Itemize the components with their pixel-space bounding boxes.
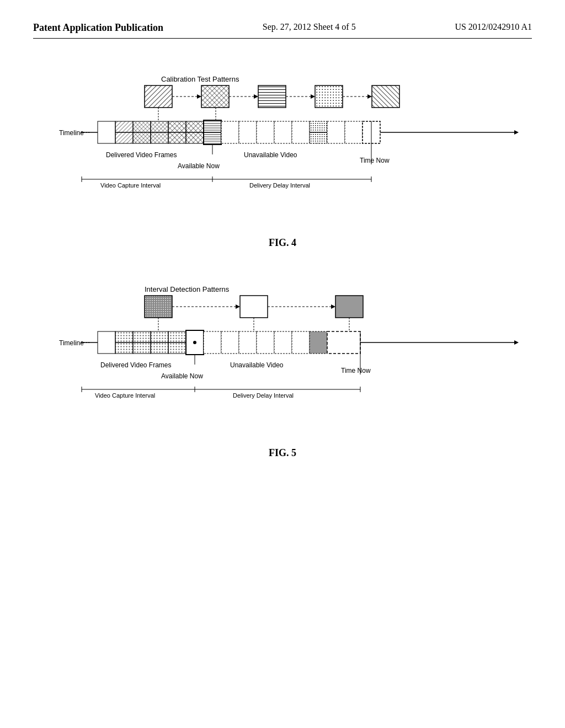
svg-rect-37 (310, 121, 327, 143)
svg-rect-27 (151, 121, 168, 143)
svg-rect-67 (133, 331, 151, 354)
svg-rect-34 (257, 121, 274, 143)
fig5-unavailable-label: Unavailable Video (230, 361, 284, 369)
svg-rect-77 (274, 331, 292, 354)
svg-rect-80 (327, 331, 360, 354)
svg-rect-38 (327, 121, 345, 143)
svg-rect-55 (145, 296, 172, 318)
svg-rect-28 (168, 121, 186, 143)
fig5-available-now-label: Available Now (161, 372, 203, 380)
svg-marker-60 (331, 304, 335, 309)
date-sheet: Sep. 27, 2012 Sheet 4 of 5 (263, 22, 356, 32)
svg-marker-14 (197, 94, 201, 99)
svg-rect-58 (240, 296, 268, 318)
fig4-time-now-label: Time Now (360, 157, 390, 164)
fig5-capture-interval-label: Video Capture Interval (95, 392, 155, 399)
fig4-pattern-box-1 (145, 85, 172, 108)
svg-marker-18 (311, 94, 315, 99)
svg-rect-32 (221, 121, 239, 143)
svg-rect-68 (151, 331, 168, 354)
svg-rect-30 (204, 120, 221, 144)
fig4-pattern-box-4 (315, 85, 343, 108)
fig5-time-now-label: Time Now (341, 367, 371, 374)
svg-text:···: ··· (83, 338, 90, 347)
fig4-delivered-label: Delivered Video Frames (106, 151, 177, 159)
page-header: Patent Application Publication Sep. 27, … (33, 22, 532, 39)
svg-rect-35 (274, 121, 292, 143)
publication-title: Patent Application Publication (33, 22, 163, 34)
fig4-diagram: Calibration Test Patterns (33, 72, 532, 226)
svg-rect-76 (257, 331, 274, 354)
svg-rect-24 (98, 121, 115, 143)
fig4-caption: FIG. 4 (33, 237, 532, 249)
svg-point-71 (193, 341, 196, 344)
svg-rect-26 (133, 121, 151, 143)
fig5-delivery-interval-label: Delivery Delay Interval (233, 392, 294, 399)
svg-rect-39 (345, 121, 363, 143)
patent-number: US 2012/0242910 A1 (455, 22, 532, 32)
fig4-calibration-label: Calibration Test Patterns (161, 75, 239, 83)
fig5-delivered-label: Delivered Video Frames (100, 361, 172, 369)
fig5-svg: Interval Detection Patterns Timeline (34, 282, 531, 436)
svg-marker-22 (514, 130, 519, 135)
svg-rect-74 (221, 331, 239, 354)
svg-marker-63 (514, 340, 519, 345)
fig4-pattern-box-2 (201, 85, 229, 108)
fig4-capture-interval-label: Video Capture Interval (100, 182, 161, 189)
page-container: Patent Application Publication Sep. 27, … (0, 0, 565, 728)
svg-rect-33 (239, 121, 257, 143)
svg-rect-69 (168, 331, 186, 354)
fig5-diagram: Interval Detection Patterns Timeline (33, 282, 532, 436)
fig4-section: Calibration Test Patterns (33, 72, 532, 249)
svg-rect-75 (239, 331, 257, 354)
fig4-available-now-label: Available Now (178, 162, 220, 170)
svg-rect-25 (115, 121, 133, 143)
svg-text:···: ··· (83, 127, 90, 137)
fig4-pattern-box-3 (258, 85, 286, 108)
fig4-svg: Calibration Test Patterns (34, 72, 531, 226)
svg-rect-61 (335, 296, 363, 318)
svg-rect-36 (292, 121, 310, 143)
fig5-caption: FIG. 5 (33, 447, 532, 459)
svg-rect-29 (186, 121, 204, 143)
svg-rect-78 (292, 331, 310, 354)
fig4-delivery-interval-label: Delivery Delay Interval (249, 182, 310, 189)
svg-rect-66 (115, 331, 133, 354)
fig5-section: Interval Detection Patterns Timeline (33, 282, 532, 459)
fig5-interval-label: Interval Detection Patterns (145, 285, 230, 293)
svg-marker-16 (254, 94, 258, 99)
fig4-pattern-box-5 (372, 85, 399, 108)
fig4-timeline-label: Timeline (59, 129, 84, 137)
svg-rect-73 (204, 331, 221, 354)
svg-marker-57 (236, 304, 240, 309)
svg-rect-79 (310, 331, 327, 354)
svg-marker-20 (367, 94, 372, 99)
svg-rect-65 (98, 331, 115, 354)
fig4-unavailable-label: Unavailable Video (244, 151, 297, 159)
fig5-timeline-label: Timeline (59, 339, 84, 347)
